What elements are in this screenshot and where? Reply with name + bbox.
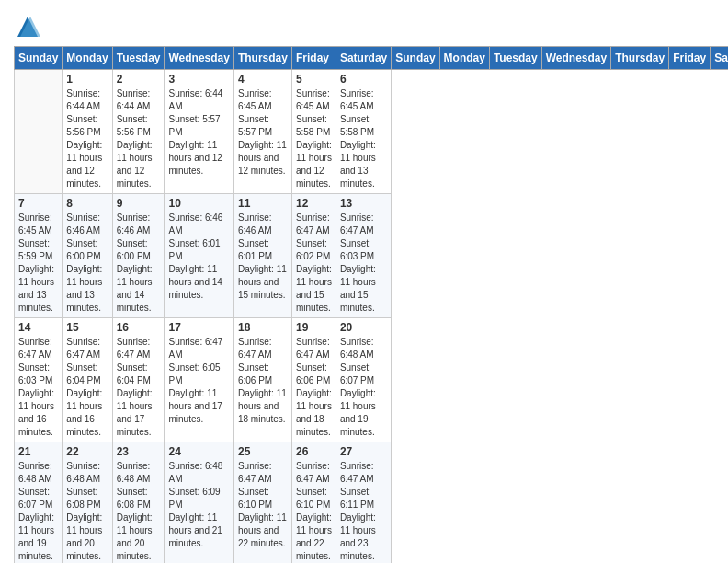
day-number: 16 xyxy=(117,321,161,334)
day-of-week-header: Friday xyxy=(291,47,336,70)
day-info: Sunrise: 6:46 AMSunset: 6:01 PMDaylight:… xyxy=(168,212,229,302)
sunset-text: Sunset: 6:00 PM xyxy=(66,238,100,261)
day-of-week-header: Wednesday xyxy=(541,47,610,70)
day-info: Sunrise: 6:45 AMSunset: 5:57 PMDaylight:… xyxy=(238,87,288,178)
day-number: 18 xyxy=(238,321,288,334)
day-number: 24 xyxy=(168,445,229,458)
sunset-text: Sunset: 5:59 PM xyxy=(18,238,52,261)
calendar-day-cell: 1Sunrise: 6:44 AMSunset: 5:56 PMDaylight… xyxy=(63,70,112,194)
daylight-text: Daylight: 11 hours and 21 minutes. xyxy=(168,512,222,548)
sunrise-text: Sunrise: 6:48 AM xyxy=(18,461,52,484)
calendar-day-cell: 13Sunrise: 6:47 AMSunset: 6:03 PMDayligh… xyxy=(336,194,391,318)
day-info: Sunrise: 6:47 AMSunset: 6:10 PMDaylight:… xyxy=(238,460,288,550)
day-of-week-header: Tuesday xyxy=(489,47,541,70)
calendar-day-cell: 5Sunrise: 6:45 AMSunset: 5:58 PMDaylight… xyxy=(291,70,336,194)
day-number: 15 xyxy=(66,321,108,334)
calendar-table: SundayMondayTuesdayWednesdayThursdayFrid… xyxy=(14,46,728,563)
day-info: Sunrise: 6:47 AMSunset: 6:10 PMDaylight:… xyxy=(296,460,332,563)
daylight-text: Daylight: 11 hours and 14 minutes. xyxy=(117,264,153,313)
sunset-text: Sunset: 6:07 PM xyxy=(340,362,374,385)
sunrise-text: Sunrise: 6:46 AM xyxy=(117,213,151,236)
sunset-text: Sunset: 6:01 PM xyxy=(238,238,272,261)
daylight-text: Daylight: 11 hours and 13 minutes. xyxy=(340,140,376,189)
daylight-text: Daylight: 11 hours and 13 minutes. xyxy=(18,264,54,313)
sunset-text: Sunset: 6:08 PM xyxy=(117,487,151,510)
day-info: Sunrise: 6:48 AMSunset: 6:08 PMDaylight:… xyxy=(117,460,161,563)
day-of-week-header: Monday xyxy=(439,47,489,70)
calendar-day-cell: 12Sunrise: 6:47 AMSunset: 6:02 PMDayligh… xyxy=(291,194,336,318)
day-info: Sunrise: 6:44 AMSunset: 5:56 PMDaylight:… xyxy=(117,87,161,190)
sunset-text: Sunset: 6:09 PM xyxy=(168,487,220,510)
sunrise-text: Sunrise: 6:45 AM xyxy=(340,88,374,111)
sunrise-text: Sunrise: 6:48 AM xyxy=(340,337,374,360)
sunset-text: Sunset: 6:08 PM xyxy=(66,487,100,510)
calendar-day-cell: 9Sunrise: 6:46 AMSunset: 6:00 PMDaylight… xyxy=(112,194,165,318)
calendar-day-cell: 7Sunrise: 6:45 AMSunset: 5:59 PMDaylight… xyxy=(15,194,63,318)
day-of-week-header: Saturday xyxy=(336,47,391,70)
day-of-week-header: Monday xyxy=(63,47,112,70)
sunrise-text: Sunrise: 6:47 AM xyxy=(238,337,272,360)
calendar-week-row: 1Sunrise: 6:44 AMSunset: 5:56 PMDaylight… xyxy=(15,70,729,194)
day-of-week-header: Sunday xyxy=(15,47,63,70)
sunset-text: Sunset: 6:03 PM xyxy=(18,362,52,385)
day-number: 7 xyxy=(18,197,58,210)
calendar-day-cell: 20Sunrise: 6:48 AMSunset: 6:07 PMDayligh… xyxy=(336,318,391,442)
day-number: 5 xyxy=(296,73,332,86)
daylight-text: Daylight: 11 hours and 19 minutes. xyxy=(18,512,54,561)
daylight-text: Daylight: 11 hours and 15 minutes. xyxy=(340,264,376,313)
day-info: Sunrise: 6:47 AMSunset: 6:06 PMDaylight:… xyxy=(238,336,288,426)
daylight-text: Daylight: 11 hours and 17 minutes. xyxy=(117,388,153,437)
sunrise-text: Sunrise: 6:47 AM xyxy=(168,337,222,360)
day-info: Sunrise: 6:44 AMSunset: 5:57 PMDaylight:… xyxy=(168,87,229,178)
sunset-text: Sunset: 6:07 PM xyxy=(18,487,52,510)
calendar-day-cell: 23Sunrise: 6:48 AMSunset: 6:08 PMDayligh… xyxy=(112,442,165,564)
day-info: Sunrise: 6:48 AMSunset: 6:08 PMDaylight:… xyxy=(66,460,108,563)
day-number: 10 xyxy=(168,197,229,210)
sunset-text: Sunset: 6:03 PM xyxy=(340,238,374,261)
calendar-day-cell xyxy=(15,70,63,194)
sunset-text: Sunset: 6:10 PM xyxy=(296,487,330,510)
page-header xyxy=(14,9,714,40)
sunset-text: Sunset: 6:04 PM xyxy=(117,362,151,385)
sunset-text: Sunset: 6:10 PM xyxy=(238,487,272,510)
daylight-text: Daylight: 11 hours and 20 minutes. xyxy=(66,512,102,561)
sunset-text: Sunset: 5:57 PM xyxy=(238,114,272,137)
day-number: 4 xyxy=(238,73,288,86)
sunset-text: Sunset: 5:56 PM xyxy=(117,114,151,137)
sunset-text: Sunset: 6:04 PM xyxy=(66,362,100,385)
day-number: 8 xyxy=(66,197,108,210)
sunset-text: Sunset: 5:57 PM xyxy=(168,114,220,137)
sunrise-text: Sunrise: 6:48 AM xyxy=(168,461,222,484)
sunrise-text: Sunrise: 6:47 AM xyxy=(238,461,272,484)
daylight-text: Daylight: 11 hours and 12 minutes. xyxy=(117,140,153,189)
sunrise-text: Sunrise: 6:45 AM xyxy=(18,213,52,236)
daylight-text: Daylight: 11 hours and 13 minutes. xyxy=(66,264,102,313)
day-info: Sunrise: 6:44 AMSunset: 5:56 PMDaylight:… xyxy=(66,87,108,190)
calendar-day-cell: 3Sunrise: 6:44 AMSunset: 5:57 PMDaylight… xyxy=(165,70,233,194)
daylight-text: Daylight: 11 hours and 23 minutes. xyxy=(340,512,376,561)
calendar-day-cell: 19Sunrise: 6:47 AMSunset: 6:06 PMDayligh… xyxy=(291,318,336,442)
sunset-text: Sunset: 5:58 PM xyxy=(296,114,330,137)
calendar-day-cell: 18Sunrise: 6:47 AMSunset: 6:06 PMDayligh… xyxy=(233,318,291,442)
day-number: 11 xyxy=(238,197,288,210)
calendar-week-row: 14Sunrise: 6:47 AMSunset: 6:03 PMDayligh… xyxy=(15,318,729,442)
sunrise-text: Sunrise: 6:47 AM xyxy=(340,213,374,236)
day-of-week-header: Saturday xyxy=(711,47,728,70)
calendar-day-cell: 26Sunrise: 6:47 AMSunset: 6:10 PMDayligh… xyxy=(291,442,336,564)
sunset-text: Sunset: 6:06 PM xyxy=(296,362,330,385)
calendar-day-cell: 4Sunrise: 6:45 AMSunset: 5:57 PMDaylight… xyxy=(233,70,291,194)
day-number: 22 xyxy=(66,445,108,458)
day-info: Sunrise: 6:47 AMSunset: 6:04 PMDaylight:… xyxy=(117,336,161,439)
day-number: 25 xyxy=(238,445,288,458)
sunrise-text: Sunrise: 6:46 AM xyxy=(238,213,272,236)
day-number: 20 xyxy=(340,321,387,334)
calendar-day-cell: 8Sunrise: 6:46 AMSunset: 6:00 PMDaylight… xyxy=(63,194,112,318)
sunrise-text: Sunrise: 6:47 AM xyxy=(296,461,330,484)
day-number: 12 xyxy=(296,197,332,210)
day-info: Sunrise: 6:46 AMSunset: 6:00 PMDaylight:… xyxy=(117,212,161,315)
daylight-text: Daylight: 11 hours and 17 minutes. xyxy=(168,388,222,424)
day-number: 6 xyxy=(340,73,387,86)
daylight-text: Daylight: 11 hours and 12 minutes. xyxy=(168,140,222,176)
sunrise-text: Sunrise: 6:44 AM xyxy=(168,88,222,111)
day-info: Sunrise: 6:47 AMSunset: 6:11 PMDaylight:… xyxy=(340,460,387,563)
